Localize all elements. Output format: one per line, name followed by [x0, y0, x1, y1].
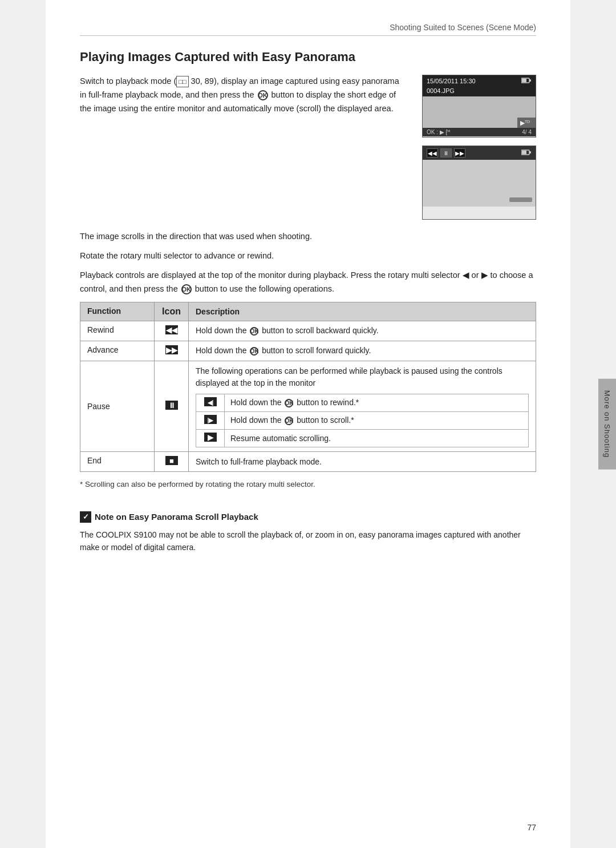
screen-filename: 0004.JPG — [423, 87, 536, 96]
nested-icon-scroll: |▶ — [196, 411, 225, 429]
note-body: The COOLPIX S9100 may not be able to scr… — [80, 528, 536, 554]
paragraph-4: Playback controls are displayed at the t… — [80, 269, 536, 296]
playback-image-area — [423, 160, 536, 207]
screen-datetime: 15/05/2011 15:30 — [427, 78, 476, 84]
svg-rect-1 — [529, 79, 531, 82]
page-header: Shooting Suited to Scenes (Scene Mode) — [80, 23, 536, 36]
desc-pause: The following operations can be performe… — [189, 361, 536, 451]
paragraph-3: Rotate the rotary multi selector to adva… — [80, 249, 536, 263]
func-pause: Pause — [80, 361, 155, 451]
icon-pause: ⏸ — [155, 361, 189, 451]
ctrl-pause: ⏸ — [440, 148, 452, 158]
icon-advance: ▶▶ — [155, 341, 189, 361]
desc-advance: Hold down the OK button to scroll forwar… — [189, 341, 536, 361]
nested-row-resume: ▶ Resume automatic scrolling. — [196, 429, 529, 447]
table-row-advance: Advance ▶▶ Hold down the OK button to sc… — [80, 341, 536, 361]
nested-desc-rewind: Hold down the OK button to rewind.* — [225, 394, 529, 411]
note-section: ✓ Note on Easy Panorama Scroll Playback … — [80, 511, 536, 554]
playback-top-bar: ◀◀ ⏸ ▶▶ — [423, 146, 536, 160]
camera-screen-1: 15/05/2011 15:30 0004.JPG ▶ᵀᴰ OK : ▶ [ᴹ … — [422, 75, 536, 138]
table-row-rewind: Rewind ◀◀ Hold down the OK button to scr… — [80, 321, 536, 341]
battery-indicator — [521, 78, 532, 84]
screen-datetime-bar: 15/05/2011 15:30 — [423, 75, 536, 87]
ctrl-forward: ▶▶ — [454, 148, 465, 158]
note-checkmark-icon: ✓ — [80, 511, 91, 523]
table-header-function: Function — [80, 302, 155, 321]
section-title: Playing Images Captured with Easy Panora… — [80, 50, 536, 64]
ok-button-ref-2: OK — [181, 284, 192, 294]
note-title-bar: ✓ Note on Easy Panorama Scroll Playback — [80, 511, 536, 523]
playback-controls: ◀◀ ⏸ ▶▶ — [427, 148, 465, 158]
svg-text:■: ■ — [169, 457, 174, 465]
screen-image-area: ▶ᵀᴰ — [423, 96, 536, 128]
table-row-pause: Pause ⏸ The following operations can be … — [80, 361, 536, 451]
svg-text:▶▶: ▶▶ — [166, 346, 178, 354]
func-end: End — [80, 451, 155, 471]
nested-desc-resume: Resume automatic scrolling. — [225, 429, 529, 447]
svg-text:▶ᵀᴰ: ▶ᵀᴰ — [520, 119, 530, 126]
svg-text:◀◀: ◀◀ — [165, 326, 178, 334]
table-header-icon: Icon — [155, 302, 189, 321]
table-header-description: Description — [189, 302, 536, 321]
paragraph-2: The image scrolls in the direction that … — [80, 230, 536, 244]
ctrl-rewind: ◀◀ — [427, 148, 438, 158]
icon-rewind: ◀◀ — [155, 321, 189, 341]
svg-rect-2 — [522, 79, 526, 82]
screen-ok-bar: OK : ▶ [ᴹ 4/ 4 — [423, 128, 536, 136]
svg-text:▶: ▶ — [208, 433, 214, 442]
ok-button-ref: OK — [258, 90, 268, 100]
svg-text:⏸: ⏸ — [168, 401, 175, 410]
page-number: 77 — [527, 823, 536, 832]
side-tab-label: More on Shooting — [603, 390, 611, 458]
icon-end: ■ — [155, 451, 189, 471]
footnote: * Scrolling can also be performed by rot… — [80, 480, 536, 488]
table-row-end: End ■ Switch to full-frame playback mode… — [80, 451, 536, 471]
text-column: Switch to playback mode (□□ 30, 89), dis… — [80, 75, 405, 220]
desc-rewind: Hold down the OK button to scroll backwa… — [189, 321, 536, 341]
nested-icon-resume: ▶ — [196, 429, 225, 447]
svg-rect-5 — [529, 151, 531, 154]
header-text: Shooting Suited to Scenes (Scene Mode) — [390, 23, 536, 32]
paragraph-1: Switch to playback mode (□□ 30, 89), dis… — [80, 75, 405, 116]
svg-text:|▶: |▶ — [207, 417, 214, 423]
note-title-text: Note on Easy Panorama Scroll Playback — [95, 512, 258, 522]
screen2-battery — [521, 150, 532, 156]
func-advance: Advance — [80, 341, 155, 361]
main-content-row: Switch to playback mode (□□ 30, 89), dis… — [80, 75, 536, 220]
nested-desc-scroll: Hold down the OK button to scroll.* — [225, 411, 529, 429]
nested-row-scroll: |▶ Hold down the OK button to scroll.* — [196, 411, 529, 429]
svg-rect-6 — [522, 151, 526, 154]
desc-end: Switch to full-frame playback mode. — [189, 451, 536, 471]
nested-row-rewind: ◀| Hold down the OK button to rewind.* — [196, 394, 529, 411]
func-rewind: Rewind — [80, 321, 155, 341]
camera-screens: 15/05/2011 15:30 0004.JPG ▶ᵀᴰ OK : ▶ [ᴹ … — [422, 75, 536, 220]
nested-pause-table: ◀| Hold down the OK button to rewind.* |… — [196, 394, 529, 447]
function-table: Function Icon Description Rewind ◀◀ Hold… — [80, 302, 536, 472]
side-tab: More on Shooting — [598, 379, 616, 470]
scroll-indicator — [509, 197, 532, 202]
camera-screen-2: ◀◀ ⏸ ▶▶ — [422, 146, 536, 220]
svg-text:◀|: ◀| — [206, 399, 213, 406]
nested-icon-rewind: ◀| — [196, 394, 225, 411]
